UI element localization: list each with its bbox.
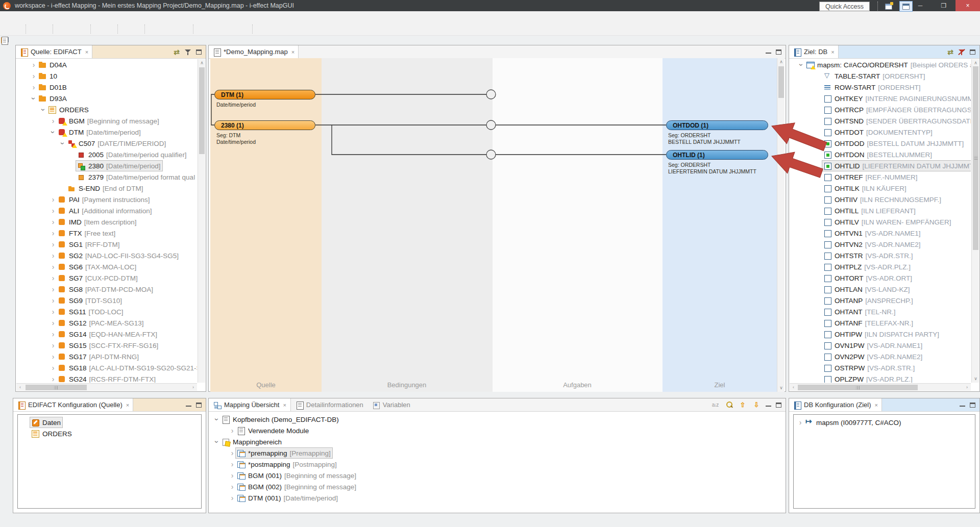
maximize-icon[interactable]: [776, 403, 781, 408]
item-verwendete-module[interactable]: › Verwendete Module: [209, 425, 785, 436]
item-s-end[interactable]: S-END[End of DTM]: [16, 183, 197, 194]
item-postmapping[interactable]: › *postmapping[Postmapping]: [209, 459, 785, 470]
close-icon[interactable]: ×: [126, 402, 129, 408]
expand-arrow-icon[interactable]: ›: [30, 83, 37, 91]
node-ohtdod[interactable]: OHTDOD (1): [666, 120, 768, 130]
item-row-start[interactable]: ROW-START[ORDERSHT]: [790, 82, 971, 93]
item-ostrpw[interactable]: OSTRPW[VS-ADR.STR.]: [790, 362, 971, 373]
item-table-start[interactable]: TABLE-START[ORDERSHT]: [790, 70, 971, 82]
expand-arrow-icon[interactable]: [69, 150, 76, 159]
tab-quelle-edifact[interactable]: Quelle: EDIFACT ×: [16, 45, 92, 58]
expand-arrow-icon[interactable]: [815, 184, 822, 192]
expand-arrow-icon[interactable]: ›: [229, 449, 236, 457]
item-2005[interactable]: 2005[Date/time/period qualifier]: [16, 149, 197, 160]
dropdown-icon[interactable]: [160, 24, 169, 34]
item-sg6[interactable]: › SG6[TAX-MOA-LOC]: [16, 261, 197, 272]
window-close-button[interactable]: ×: [955, 0, 980, 11]
open-perspective-icon[interactable]: [882, 1, 895, 12]
expand-arrow-icon[interactable]: ›: [50, 319, 57, 327]
expand-arrow-icon[interactable]: ›: [30, 61, 37, 69]
expand-arrow-icon[interactable]: [815, 117, 822, 125]
filter-disabled-icon[interactable]: [958, 48, 965, 56]
item-sg2[interactable]: › SG2[NAD-LOC-FII-SG3-SG4-SG5]: [16, 250, 197, 261]
dropdown-icon[interactable]: [133, 24, 142, 34]
item-orders[interactable]: › ORDERS: [16, 104, 197, 115]
expand-arrow-icon[interactable]: ›: [229, 426, 236, 435]
tab-mapping-uebersicht[interactable]: Mapping Übersicht ×: [209, 398, 291, 411]
target-hscrollbar[interactable]: ‹ ›: [790, 383, 971, 391]
copy-icon[interactable]: [257, 24, 266, 34]
source-vscrollbar[interactable]: ∧: [198, 59, 205, 383]
expand-arrow-icon[interactable]: ›: [229, 471, 236, 480]
tab-demo-mapping-map[interactable]: *Demo_Mapping.map ×: [209, 45, 299, 58]
search-icon[interactable]: [724, 400, 733, 410]
expand-arrow-icon[interactable]: ›: [797, 418, 804, 426]
expand-arrow-icon[interactable]: ›: [50, 274, 57, 282]
expand-arrow-icon[interactable]: ›: [229, 494, 236, 502]
item-pai[interactable]: › PAI[Payment instructions]: [16, 194, 197, 205]
expand-arrow-icon[interactable]: [815, 139, 822, 147]
mark-occurrences-icon[interactable]: [122, 24, 132, 34]
expand-arrow-icon[interactable]: [815, 207, 822, 215]
expand-arrow-icon[interactable]: [815, 319, 822, 327]
item-ohtdod[interactable]: OHTDOD[BESTELL DATUM JHJJMMTT]: [790, 138, 971, 149]
item-sg1[interactable]: › SG1[RFF-DTM]: [16, 239, 197, 250]
item-ohtort[interactable]: OHTORT[VS-ADR.ORT]: [790, 272, 971, 284]
expand-arrow-icon[interactable]: ›: [50, 195, 57, 204]
expand-arrow-icon[interactable]: ›: [50, 353, 57, 361]
item-ftx[interactable]: › FTX[Free text]: [16, 228, 197, 239]
item-sg7[interactable]: › SG7[CUX-PCD-DTM]: [16, 272, 197, 284]
item-ohtanf[interactable]: OHTANF[TELEFAX-NR.]: [790, 317, 971, 329]
close-icon[interactable]: ×: [283, 402, 286, 408]
item-sg24[interactable]: › SG24[RCS-RFF-DTM-FTX]: [16, 373, 197, 383]
item-sg9[interactable]: › SG9[TDT-SG10]: [16, 295, 197, 306]
move-up-icon[interactable]: ⇧: [738, 400, 747, 410]
item-ohtplz[interactable]: OHTPLZ[VS-ADR.PLZ.]: [790, 261, 971, 272]
item-orders[interactable]: ORDERS: [18, 428, 201, 439]
item-ohtilk[interactable]: OHTILK[ILN KÄUFER]: [790, 183, 971, 194]
expand-arrow-icon[interactable]: ›: [229, 483, 236, 491]
item-ohtdot[interactable]: OHTDOT[DOKUMENTENTYP]: [790, 127, 971, 138]
back-icon[interactable]: [208, 24, 218, 34]
link-with-editor-icon[interactable]: ⇄: [174, 48, 180, 56]
item-mapsm-c-aco-ordersht[interactable]: › mapsm: C#ACO/ORDERSHT[Beispiel ORDERS …: [790, 59, 971, 70]
expand-arrow-icon[interactable]: [815, 218, 822, 226]
dropdown-icon[interactable]: [240, 24, 250, 34]
target-vscrollbar[interactable]: ∧ ∨: [971, 59, 979, 383]
export-icon[interactable]: [170, 24, 180, 34]
minimize-icon[interactable]: [766, 52, 771, 54]
item-ohtstr[interactable]: OHTSTR[VS-ADR.STR.]: [790, 250, 971, 261]
close-icon[interactable]: ×: [831, 49, 834, 55]
node-2380[interactable]: 2380 (1): [214, 120, 315, 130]
item-ohtdon[interactable]: OHTDON[BESTELLNUMMER]: [790, 149, 971, 160]
item-ohtref[interactable]: OHTREF[REF.-NUMMER]: [790, 171, 971, 183]
expand-arrow-icon[interactable]: [815, 150, 822, 159]
expand-arrow-icon[interactable]: ›: [50, 285, 57, 293]
item-bgm[interactable]: › BGM[Beginning of message]: [16, 115, 197, 127]
item-sg17[interactable]: › SG17[API-DTM-RNG]: [16, 351, 197, 362]
item-ohtanp[interactable]: OHTANP[ANSPRECHP.]: [790, 295, 971, 306]
expand-arrow-icon[interactable]: ›: [797, 61, 805, 68]
expand-arrow-icon[interactable]: [815, 162, 822, 170]
cut-icon[interactable]: [278, 24, 288, 34]
window-maximize-button[interactable]: ❒: [932, 0, 955, 11]
item-bgm-002[interactable]: › BGM (002)[Beginning of message]: [209, 481, 785, 492]
save-all-icon[interactable]: [41, 24, 51, 34]
item-ohtvn2[interactable]: OHTVN2[VS-ADR.NAME2]: [790, 239, 971, 250]
sync-icon[interactable]: [57, 24, 67, 34]
expand-arrow-icon[interactable]: ›: [49, 129, 57, 136]
item-2379[interactable]: 2379[Date/time/period format qual: [16, 171, 197, 183]
expand-arrow-icon[interactable]: ›: [30, 95, 38, 102]
item-sg15[interactable]: › SG15[SCC-FTX-RFF-SG16]: [16, 340, 197, 351]
expand-arrow-icon[interactable]: ›: [229, 460, 236, 468]
expand-arrow-icon[interactable]: [23, 430, 30, 438]
link-with-editor-icon[interactable]: ⇄: [947, 48, 953, 56]
filter-icon[interactable]: [184, 48, 191, 56]
run-icon[interactable]: [95, 24, 105, 34]
expand-arrow-icon[interactable]: [815, 341, 822, 349]
expand-arrow-icon[interactable]: [69, 162, 76, 170]
expand-arrow-icon[interactable]: ›: [50, 296, 57, 305]
item-dtm[interactable]: › DTM[Date/time/period]: [16, 127, 197, 138]
tab-detailinformationen[interactable]: Detailinformationen: [291, 398, 368, 411]
item-ohtilv[interactable]: OHTILV[ILN WAREN- EMPFÄNGER]: [790, 216, 971, 228]
